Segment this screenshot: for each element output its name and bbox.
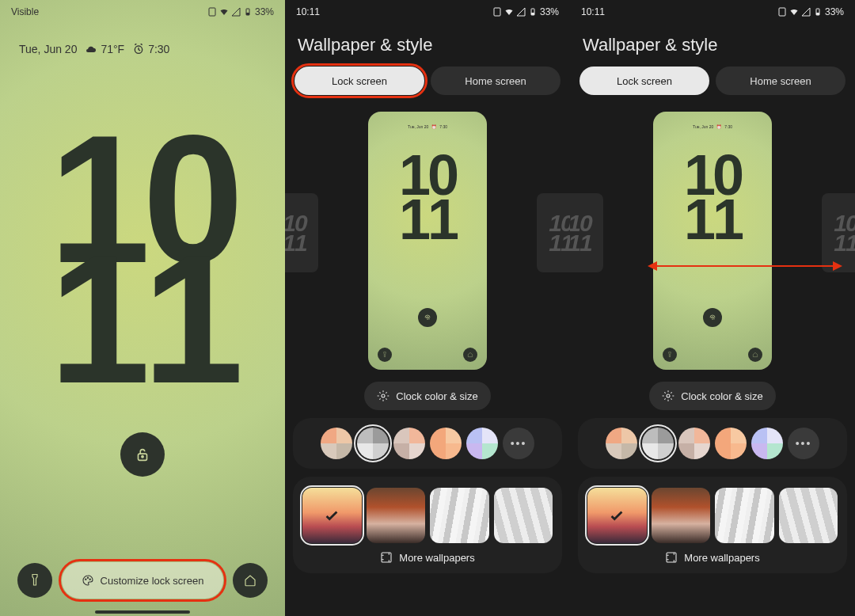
weather-group: 71°F — [85, 43, 124, 55]
gesture-handle[interactable] — [95, 610, 190, 614]
check-icon — [302, 488, 362, 543]
wallpaper-card: More wallpapers — [293, 477, 562, 573]
tab-home-screen[interactable]: Home screen — [431, 67, 560, 95]
svg-rect-2 — [246, 13, 249, 15]
home-icon — [463, 348, 477, 362]
color-swatch[interactable] — [357, 428, 389, 459]
more-colors-button[interactable]: ••• — [788, 428, 819, 459]
status-right: 33% — [492, 6, 559, 17]
wallpaper-thumb[interactable] — [587, 488, 647, 543]
battery-icon — [528, 7, 538, 17]
lockscreen-info-row: Tue, Jun 20 71°F 7:30 — [0, 21, 285, 55]
tab-lock-screen[interactable]: Lock screen — [580, 67, 709, 95]
svg-rect-13 — [382, 553, 391, 562]
wallpaper-thumb[interactable] — [302, 488, 362, 543]
more-wallpapers-button[interactable]: More wallpapers — [302, 551, 553, 564]
signal-icon — [231, 7, 241, 17]
clock-minutes: 11 — [0, 247, 285, 393]
tab-home-screen[interactable]: Home screen — [716, 67, 846, 95]
svg-point-5 — [142, 456, 143, 458]
wallpaper-settings-panel-a: 10:11 33% Wallpaper & style Lock screen … — [285, 0, 570, 616]
clock-color-size-button[interactable]: Clock color & size — [364, 382, 490, 410]
wifi-icon — [219, 7, 229, 17]
lockscreen-preview[interactable]: Tue, Jun 20 ⏰ 7:30 10 11 — [653, 112, 772, 370]
svg-point-7 — [87, 577, 88, 578]
color-swatch[interactable] — [642, 428, 674, 459]
color-swatch[interactable] — [321, 428, 352, 459]
status-bar: 10:11 33% — [570, 0, 855, 21]
unlock-button[interactable] — [120, 432, 165, 477]
battery-icon — [243, 7, 253, 17]
svg-rect-0 — [209, 8, 215, 16]
tab-lock-screen[interactable]: Lock screen — [294, 67, 424, 95]
svg-rect-14 — [779, 8, 785, 16]
unlock-icon — [134, 446, 151, 463]
color-swatch[interactable] — [466, 428, 498, 459]
fingerprint-icon-circle — [418, 308, 437, 327]
screen-tabs: Lock screen Home screen — [570, 67, 855, 95]
preview-clock: 10 11 — [684, 153, 741, 241]
preview-prev[interactable]: 10 11 — [570, 193, 603, 272]
color-swatches-row: ••• — [302, 428, 553, 459]
status-bar: Visible 33% — [0, 0, 285, 21]
wallpaper-thumb[interactable] — [494, 488, 553, 543]
wallpaper-thumb[interactable] — [367, 488, 426, 543]
color-swatch[interactable] — [751, 428, 783, 459]
wallpaper-thumbs-row — [587, 488, 838, 543]
wifi-icon — [789, 7, 799, 17]
dnd-icon — [207, 7, 217, 17]
home-icon — [243, 573, 257, 587]
page-title: Wallpaper & style — [570, 21, 855, 67]
customize-lockscreen-button[interactable]: Customize lock screen — [62, 562, 223, 599]
fingerprint-icon — [708, 313, 717, 322]
lockscreen-bottom-row: Customize lock screen — [0, 562, 285, 599]
weather-icon — [85, 43, 97, 55]
clock-color-size-button[interactable]: Clock color & size — [649, 382, 775, 410]
swipe-annotation-arrow — [649, 265, 841, 267]
preview-next[interactable]: 10 11 — [822, 193, 855, 272]
color-swatches-row: ••• — [587, 428, 838, 459]
alarm-icon — [132, 43, 145, 55]
battery-pct: 33% — [255, 6, 274, 17]
preview-next[interactable]: 10 11 — [537, 193, 570, 272]
flashlight-icon — [28, 573, 42, 587]
svg-point-6 — [85, 579, 86, 580]
preview-carousel[interactable]: 10 11 Tue, Jun 20 ⏰ 7:30 10 11 10 11 — [570, 106, 855, 375]
more-colors-button[interactable]: ••• — [503, 428, 534, 459]
svg-rect-11 — [531, 13, 534, 15]
preview-carousel[interactable]: 10 11 Tue, Jun 20 ⏰ 7:30 10 11 10 11 — [285, 106, 570, 375]
more-wallpapers-button[interactable]: More wallpapers — [587, 551, 838, 564]
wallpaper-thumb[interactable] — [715, 488, 774, 543]
preview-prev[interactable]: 10 11 — [285, 193, 318, 272]
lockscreen-preview[interactable]: Tue, Jun 20 ⏰ 7:30 10 11 — [368, 112, 487, 370]
color-swatch[interactable] — [606, 428, 637, 459]
wallpaper-thumb[interactable] — [652, 488, 711, 543]
color-swatch[interactable] — [715, 428, 747, 459]
preview-clock: 10 11 — [399, 153, 456, 241]
alarm-label: 7:30 — [148, 43, 169, 55]
preview-info-row: Tue, Jun 20 ⏰ 7:30 — [408, 124, 447, 129]
svg-rect-18 — [667, 553, 676, 562]
flashlight-icon — [378, 348, 392, 362]
wallpaper-thumbs-row — [302, 488, 553, 543]
wallpaper-settings-panel-b: 10:11 33% Wallpaper & style Lock screen … — [570, 0, 855, 616]
palette-icon — [82, 574, 94, 587]
check-icon — [587, 488, 647, 543]
color-swatch[interactable] — [430, 428, 462, 459]
color-swatch[interactable] — [393, 428, 425, 459]
wallpaper-thumb[interactable] — [430, 488, 489, 543]
home-button[interactable] — [233, 563, 268, 598]
flashlight-icon — [663, 348, 677, 362]
status-bar: 10:11 33% — [285, 0, 570, 21]
gear-icon — [377, 390, 390, 402]
flashlight-button[interactable] — [17, 563, 52, 598]
wallpaper-thumb[interactable] — [779, 488, 838, 543]
battery-icon — [813, 7, 823, 17]
preview-bottom-row — [368, 348, 487, 362]
home-icon — [748, 348, 762, 362]
color-swatch[interactable] — [678, 428, 710, 459]
customize-label: Customize lock screen — [101, 575, 204, 587]
dnd-icon — [777, 7, 787, 17]
svg-rect-16 — [816, 13, 819, 15]
signal-icon — [801, 7, 811, 17]
